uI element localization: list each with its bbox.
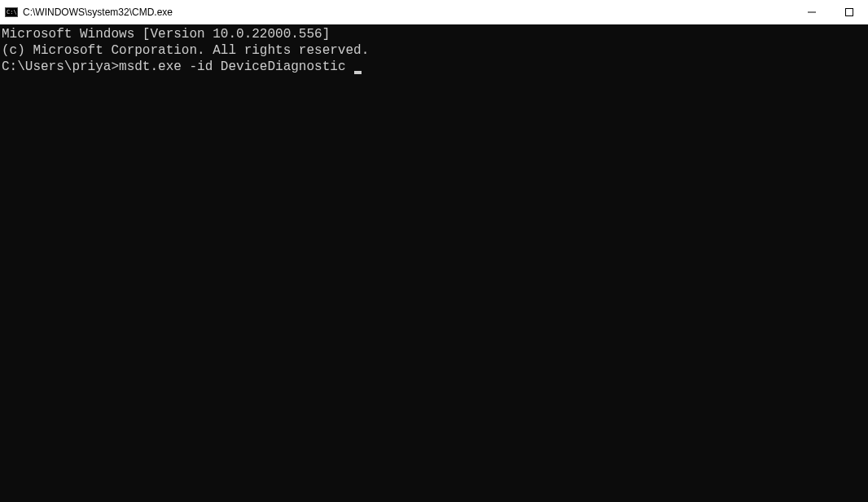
terminal-cursor [354, 71, 362, 74]
cmd-window: C:\ C:\WINDOWS\system32\CMD.exe Micr [0, 0, 868, 502]
minimize-button[interactable] [793, 0, 831, 24]
terminal-prompt: C:\Users\priya> [2, 59, 119, 74]
terminal-prompt-line: C:\Users\priya>msdt.exe -id DeviceDiagno… [2, 59, 866, 75]
minimize-icon [808, 8, 816, 16]
window-controls [793, 0, 868, 24]
terminal-line: Microsoft Windows [Version 10.0.22000.55… [2, 26, 866, 42]
svg-rect-1 [846, 9, 853, 16]
terminal-output[interactable]: Microsoft Windows [Version 10.0.22000.55… [0, 24, 868, 502]
titlebar[interactable]: C:\ C:\WINDOWS\system32\CMD.exe [0, 0, 868, 24]
window-title: C:\WINDOWS\system32\CMD.exe [23, 7, 173, 18]
terminal-command: msdt.exe -id DeviceDiagnostic [119, 59, 353, 74]
cmd-icon: C:\ [5, 6, 18, 19]
terminal-line: (c) Microsoft Corporation. All rights re… [2, 42, 866, 59]
maximize-icon [845, 8, 853, 16]
maximize-button[interactable] [831, 0, 868, 24]
